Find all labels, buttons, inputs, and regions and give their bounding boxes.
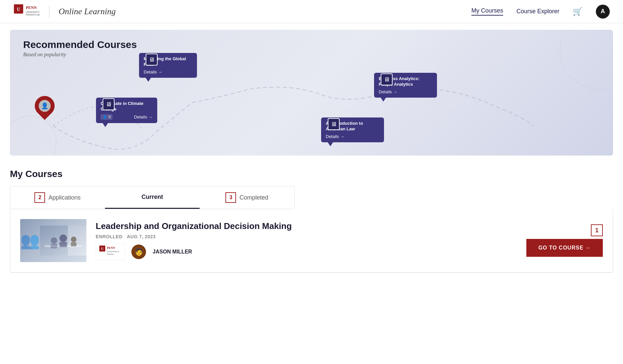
- tab-applications-label: Applications: [48, 194, 80, 201]
- svg-point-15: [71, 237, 76, 242]
- course-title: Leadership and Organizational Decision M…: [96, 221, 517, 231]
- enrolled-date: AUG 7, 2023: [127, 234, 156, 239]
- instructor-avatar-icon: 🧑: [134, 248, 143, 256]
- svg-text:Practice: Practice: [107, 253, 114, 255]
- my-courses-section: My Courses 2 Applications Current 3 Comp…: [0, 162, 623, 273]
- svg-text:PENNSYLVANIA: PENNSYLVANIA: [26, 14, 40, 16]
- completed-badge: 3: [225, 192, 236, 203]
- tab-current-label: Current: [141, 194, 163, 201]
- cart-icon[interactable]: 🛒: [573, 7, 583, 16]
- tab-completed-label: Completed: [239, 194, 268, 201]
- go-to-course-button[interactable]: GO TO COURSE →: [526, 239, 603, 257]
- svg-rect-16: [71, 242, 76, 247]
- tab-current[interactable]: Current: [105, 186, 200, 209]
- nav-course-explorer[interactable]: Course Explorer: [516, 8, 559, 15]
- card-details-link-climate[interactable]: Details →: [134, 114, 153, 119]
- penn-logo-icon[interactable]: U PENN UNIVERSITY OF PENNSYLVANIA: [13, 4, 40, 20]
- course-card-business-analytics: Business Analytics: People Analytics Det…: [374, 73, 386, 85]
- svg-rect-9: [68, 226, 86, 256]
- course-list: Leadership and Organizational Decision M…: [10, 209, 613, 273]
- course-card-managing-global-firm: Managing the Global Firm Details → 🖥: [139, 53, 151, 66]
- card-details-link-managing[interactable]: Details →: [144, 69, 162, 74]
- main-nav: My Courses Course Explorer 🛒 A: [471, 5, 610, 19]
- thumbnail-svg: [40, 219, 86, 262]
- table-row: Leadership and Organizational Decision M…: [10, 209, 613, 272]
- map-heading: Recommended Courses: [23, 39, 137, 50]
- tab-applications[interactable]: 2 Applications: [10, 186, 105, 209]
- map-subtitle: Based on popularity: [23, 52, 137, 58]
- course-icon-analytics[interactable]: 🖥: [381, 73, 393, 85]
- svg-rect-14: [60, 242, 67, 247]
- svg-rect-12: [51, 244, 57, 249]
- course-image: [20, 219, 86, 262]
- course-icon-climate[interactable]: 🖥: [103, 98, 115, 110]
- go-to-course-annotation: 1: [591, 224, 603, 236]
- user-avatar[interactable]: A: [596, 5, 610, 19]
- svg-text:UNIVERSITY OF: UNIVERSITY OF: [26, 11, 40, 13]
- logo-group: U PENN UNIVERSITY OF PENNSYLVANIA Online…: [13, 4, 116, 20]
- nav-my-courses[interactable]: My Courses: [471, 7, 503, 16]
- header-subtitle: Online Learning: [59, 7, 116, 17]
- tab-completed[interactable]: 3 Completed: [200, 186, 294, 209]
- climate-badge: 👤 0: [101, 114, 113, 120]
- header-divider: [49, 6, 49, 18]
- course-card-climate-change: Certificate in Climate Change 👤 0 Detail…: [96, 98, 108, 110]
- card-details-link-law[interactable]: Details →: [326, 134, 344, 139]
- course-icon-law[interactable]: 🖥: [328, 118, 340, 130]
- course-icon-managing[interactable]: 🖥: [146, 54, 158, 66]
- svg-point-11: [51, 237, 57, 244]
- penn-school-logo: U PENN Social Policy & Practice: [99, 245, 122, 259]
- instructor-avatar: 🧑: [131, 245, 146, 259]
- enrolled-label: ENROLLED: [96, 234, 122, 239]
- enrolled-info: ENROLLED AUG 7, 2023: [96, 234, 517, 239]
- svg-point-13: [60, 235, 67, 242]
- user-location-pin: 👤: [33, 96, 60, 126]
- climate-badge-count: 0: [109, 115, 111, 119]
- course-info: Leadership and Organizational Decision M…: [96, 221, 517, 260]
- svg-text:PENN: PENN: [26, 5, 37, 10]
- applications-badge: 2: [34, 192, 45, 203]
- course-thumbnail: [20, 219, 86, 262]
- svg-text:Social Policy &: Social Policy &: [107, 250, 119, 252]
- course-meta: U PENN Social Policy & Practice 🧑 JASON …: [96, 243, 517, 260]
- map-banner: Recommended Courses Based on popularity …: [10, 30, 613, 156]
- course-action-wrapper: 1 GO TO COURSE →: [526, 224, 603, 257]
- person-icon: 👤: [103, 115, 107, 119]
- card-details-link-analytics[interactable]: Details →: [379, 89, 397, 94]
- header: U PENN UNIVERSITY OF PENNSYLVANIA Online…: [0, 0, 623, 23]
- courses-tabs: 2 Applications Current 3 Completed: [10, 186, 295, 209]
- map-title: Recommended Courses Based on popularity: [23, 39, 137, 58]
- svg-text:U: U: [101, 247, 103, 250]
- instructor-name: JASON MILLER: [153, 249, 192, 255]
- course-card-american-law: An Introduction to American Law Details …: [321, 117, 333, 130]
- my-courses-title: My Courses: [10, 169, 613, 179]
- svg-text:PENN: PENN: [107, 246, 115, 250]
- school-badge: U PENN Social Policy & Practice: [96, 243, 125, 260]
- svg-text:U: U: [17, 7, 20, 12]
